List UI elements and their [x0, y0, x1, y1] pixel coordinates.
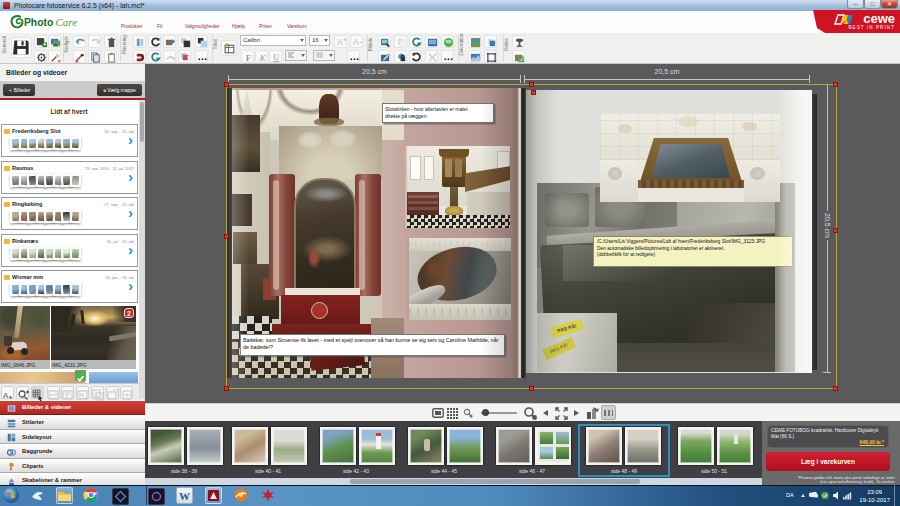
svg-text:A: A [353, 38, 359, 47]
svg-text:Photo: Photo [24, 17, 53, 28]
svg-text:A: A [337, 38, 343, 47]
svg-text:K: K [259, 53, 267, 63]
svg-text:F: F [246, 53, 251, 63]
svg-text:Care: Care [56, 16, 78, 28]
svg-text:A: A [3, 391, 9, 400]
svg-text:U: U [273, 53, 279, 62]
svg-text:W: W [179, 490, 190, 502]
